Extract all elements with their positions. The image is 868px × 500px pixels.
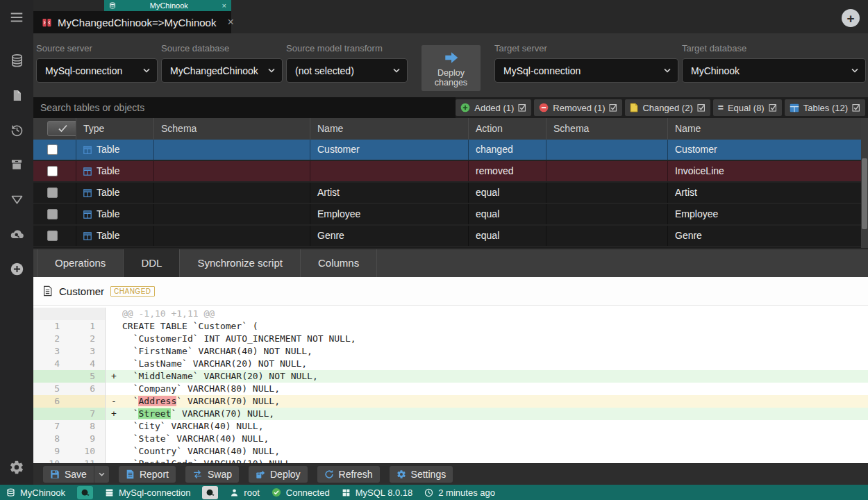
target-schema-cell [546, 140, 668, 160]
code-text: `Street` VARCHAR(70) NULL, [122, 408, 868, 420]
diff-line: @@ -1,10 +1,11 @@ [33, 308, 868, 320]
type-label: Table [97, 204, 119, 224]
new-line-number: 4 [69, 358, 106, 370]
settings-button[interactable]: Settings [390, 466, 453, 483]
column-header-name[interactable]: Name [310, 118, 469, 140]
filter-badges: Added (1)Removed (1)Changed (2)=Equal (8… [456, 99, 868, 116]
diff-marker [106, 433, 122, 445]
deploy-changes-button[interactable]: Deploy changes [422, 45, 481, 91]
save-dropdown-button[interactable] [94, 466, 109, 483]
sidebar-item-database[interactable] [0, 50, 33, 71]
status-root: root [230, 488, 259, 498]
refresh-button[interactable]: Refresh [317, 466, 380, 483]
code-text: `Company` VARCHAR(80) NULL, [122, 383, 868, 395]
target-database-select[interactable]: MyChinook [682, 58, 866, 83]
sidebar-item-plus-circle[interactable] [0, 258, 33, 279]
table-row[interactable]: TableCustomerchangedCustomer [33, 140, 868, 161]
checked-icon [852, 103, 860, 112]
target-server-select[interactable]: MySql-connection [494, 58, 678, 83]
status-mysql-badge-gray [202, 486, 218, 499]
sidebar-item-gear[interactable] [0, 457, 33, 478]
sidebar-item-menu[interactable] [0, 7, 33, 28]
table-row[interactable]: TableArtistequalArtist [33, 183, 868, 204]
tab-mychinook[interactable]: MyChinook × [104, 0, 231, 11]
row-checkbox[interactable] [47, 166, 58, 176]
badge-label: Removed (1) [553, 103, 605, 113]
mysql-badge-gray-icon [202, 486, 218, 499]
close-icon[interactable]: × [227, 16, 233, 28]
removed-icon [539, 103, 549, 112]
button-label: Refresh [339, 469, 373, 480]
target-name-cell: Genre [668, 226, 868, 246]
checkbox-column-header [33, 118, 76, 140]
tab-schema-comparison[interactable]: MyChangedChinook=>MyChinook × [33, 11, 231, 33]
diff-line: 78 `City` VARCHAR(40) NULL, [33, 420, 868, 433]
chevron-icon [664, 68, 671, 73]
old-line-number [33, 308, 69, 320]
select-all-button[interactable] [47, 121, 76, 136]
source-server-select[interactable]: MySql-connection [36, 58, 158, 83]
table-row[interactable]: TableEmployeeequalEmployee [33, 204, 868, 226]
type-label: Table [97, 226, 119, 246]
source-database-select[interactable]: MyChangedChinook [161, 58, 283, 83]
column-header-schema[interactable]: Schema [154, 118, 310, 140]
tab-strip: MyChinook × MyChangedChinook=>MyChinook … [33, 0, 868, 33]
code-text: `State` VARCHAR(40) NULL, [122, 433, 868, 445]
source-model-transform-select[interactable]: (not selected) [286, 58, 408, 83]
add-tab-button[interactable]: + [842, 9, 860, 27]
filter-badge-removed[interactable]: Removed (1) [534, 99, 622, 116]
row-checkbox[interactable] [47, 188, 58, 198]
report-button[interactable]: Report [119, 466, 176, 483]
column-header-type[interactable]: Type [76, 118, 154, 140]
sidebar-item-filter[interactable] [0, 189, 33, 210]
filter-badge-equal[interactable]: =Equal (8) [713, 99, 782, 116]
row-checkbox[interactable] [47, 144, 58, 155]
deploy-button[interactable]: Deploy [249, 466, 308, 483]
tab-operations[interactable]: Operations [37, 249, 124, 277]
button-label: Report [140, 469, 169, 480]
check-circle-icon [272, 488, 281, 497]
scrollbar[interactable] [861, 118, 868, 248]
sidebar-item-cloud-search[interactable] [0, 224, 33, 244]
diff-marker [106, 345, 122, 358]
column-header-schema[interactable]: Schema [546, 118, 668, 140]
filter-badge-added[interactable]: Added (1) [456, 99, 531, 116]
field-label: Source server [36, 43, 158, 53]
row-checkbox[interactable] [47, 231, 58, 241]
type-cell: Table [76, 161, 154, 181]
scrollbar-thumb[interactable] [862, 158, 867, 229]
refresh-icon [324, 469, 334, 479]
sidebar-item-history[interactable] [0, 119, 33, 140]
sidebar-item-file[interactable] [0, 85, 33, 106]
checked-icon [697, 103, 706, 112]
action-toolbar: SaveReportSwapDeployRefreshSettings [33, 463, 868, 485]
swap-button[interactable]: Swap [185, 466, 239, 483]
table-row[interactable]: TableremovedInvoiceLine [33, 161, 868, 183]
status-mysql-connection: MySql-connection [105, 488, 190, 498]
column-header-name[interactable]: Name [668, 118, 868, 140]
checkbox-cell [33, 140, 76, 160]
row-checkbox[interactable] [47, 209, 58, 219]
checkbox-cell [33, 161, 76, 181]
new-line-number: 5 [69, 370, 106, 383]
old-line-number: 6 [33, 395, 69, 408]
column-header-action[interactable]: Action [469, 118, 546, 140]
chevron-icon [851, 68, 858, 73]
filter-badge-tables[interactable]: Tables (12) [785, 99, 865, 116]
table-row[interactable]: TableGenreequalGenre [33, 226, 868, 247]
close-icon[interactable]: × [222, 1, 226, 10]
status-2-minutes-ago: 2 minutes ago [424, 488, 495, 498]
save-button[interactable]: Save [43, 466, 94, 483]
source-schema-cell [154, 183, 310, 203]
diff-marker: + [106, 370, 122, 383]
action-cell: changed [469, 140, 546, 160]
filter-badge-changed[interactable]: Changed (2) [625, 99, 710, 116]
tab-synchronize-script[interactable]: Synchronize script [180, 249, 301, 277]
type-cell: Table [76, 183, 154, 203]
tab-columns[interactable]: Columns [301, 249, 377, 277]
checkbox-cell [33, 204, 76, 224]
tab-ddl[interactable]: DDL [124, 249, 180, 277]
search-input[interactable] [33, 97, 456, 118]
field-source-model-transform: Source model transform(not selected) [286, 43, 408, 83]
sidebar-item-archive[interactable] [0, 154, 33, 175]
